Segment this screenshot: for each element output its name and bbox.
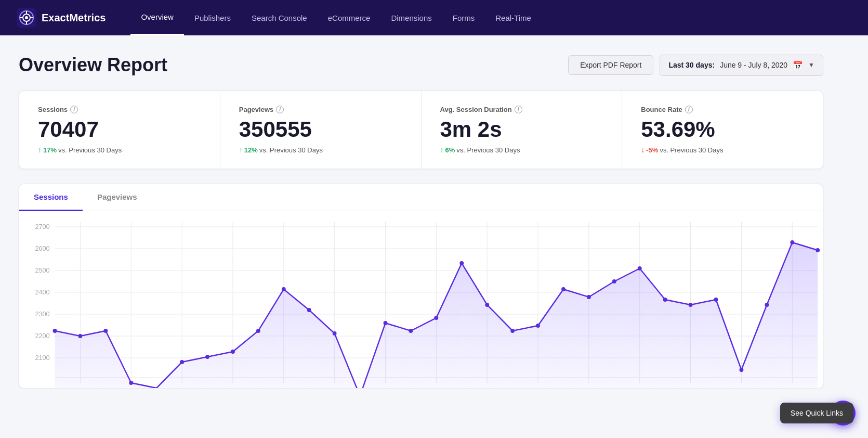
svg-text:2100: 2100	[35, 354, 49, 362]
sessions-info-icon: i	[70, 106, 78, 113]
nav-search-console[interactable]: Search Console	[241, 1, 318, 35]
stats-card: Sessions i 70407 ↑ 17% vs. Previous 30 D…	[19, 91, 823, 169]
svg-text:2500: 2500	[35, 266, 49, 274]
svg-point-45	[231, 350, 235, 354]
svg-point-42	[129, 381, 133, 385]
svg-point-7	[25, 16, 28, 19]
svg-point-44	[205, 355, 209, 359]
svg-point-62	[689, 303, 693, 307]
up-arrow-icon: ↑	[440, 146, 444, 154]
up-arrow-icon: ↑	[38, 146, 42, 154]
stat-avg-session-label: Avg. Session Duration i	[440, 106, 603, 113]
svg-point-59	[612, 279, 616, 284]
bounce-rate-info-icon: i	[685, 106, 693, 113]
logo-icon	[17, 8, 36, 28]
svg-point-57	[561, 287, 565, 291]
chart-container: Sessions Pageviews	[19, 184, 823, 389]
svg-point-49	[333, 331, 337, 336]
calendar-icon: 📅	[793, 60, 803, 70]
svg-point-61	[663, 298, 667, 302]
svg-text:2200: 2200	[35, 332, 49, 340]
svg-point-66	[790, 240, 794, 244]
svg-point-47	[282, 287, 286, 291]
svg-point-41	[103, 329, 108, 333]
stat-bounce-rate-value: 53.69%	[641, 118, 804, 141]
stat-bounce-rate: Bounce Rate i 53.69% ↓ -5% vs. Previous …	[622, 91, 823, 169]
page-title: Overview Report	[19, 54, 167, 76]
svg-point-67	[816, 248, 820, 252]
nav-forms[interactable]: Forms	[442, 1, 485, 35]
stat-sessions-value: 70407	[38, 118, 201, 141]
svg-point-53	[459, 261, 464, 265]
svg-text:2600: 2600	[35, 244, 49, 252]
down-arrow-icon: ↓	[641, 146, 645, 154]
svg-point-58	[587, 295, 591, 299]
svg-point-39	[53, 329, 57, 333]
stat-bounce-rate-label: Bounce Rate i	[641, 106, 804, 113]
chart-area: 2700 2600 2500 2400 2300 2200 2100	[19, 211, 823, 388]
nav-ecommerce[interactable]: eCommerce	[318, 1, 381, 35]
main-content: Overview Report Export PDF Report Last 3…	[0, 35, 842, 389]
svg-point-50	[384, 321, 388, 325]
stat-pageviews-value: 350555	[239, 118, 402, 141]
svg-text:2300: 2300	[35, 310, 49, 318]
stat-bounce-rate-change: ↓ -5% vs. Previous 30 Days	[641, 146, 804, 154]
svg-point-54	[485, 303, 489, 307]
export-button[interactable]: Export PDF Report	[568, 55, 653, 75]
svg-point-60	[638, 266, 642, 270]
stat-pageviews-label: Pageviews i	[239, 106, 402, 113]
nav-realtime[interactable]: Real-Time	[485, 1, 542, 35]
stat-sessions: Sessions i 70407 ↑ 17% vs. Previous 30 D…	[19, 91, 220, 169]
svg-point-40	[78, 334, 83, 338]
svg-point-43	[180, 360, 184, 364]
pageviews-info-icon: i	[276, 106, 284, 113]
svg-point-46	[256, 329, 260, 333]
tab-pageviews[interactable]: Pageviews	[83, 184, 152, 211]
nav-links: Overview Publishers Search Console eComm…	[130, 0, 541, 35]
tab-sessions[interactable]: Sessions	[19, 184, 83, 211]
stat-pageviews-change: ↑ 12% vs. Previous 30 Days	[239, 146, 402, 154]
svg-point-52	[434, 316, 438, 320]
navbar: ExactMetrics Overview Publishers Search …	[0, 0, 868, 35]
svg-point-64	[740, 368, 744, 372]
svg-point-48	[307, 308, 311, 312]
chevron-down-icon: ▼	[808, 61, 814, 69]
brand-name: ExactMetrics	[42, 12, 106, 24]
chart-svg: 2700 2600 2500 2400 2300 2200 2100	[19, 211, 823, 388]
stat-sessions-label: Sessions i	[38, 106, 201, 113]
svg-point-55	[510, 329, 515, 333]
date-range-button[interactable]: Last 30 days: June 9 - July 8, 2020 📅 ▼	[660, 55, 823, 76]
svg-text:2400: 2400	[35, 288, 49, 296]
avg-session-info-icon: i	[515, 106, 522, 113]
svg-point-65	[765, 303, 769, 307]
up-arrow-icon: ↑	[239, 146, 243, 154]
svg-point-56	[536, 324, 540, 328]
stat-avg-session-change: ↑ 6% vs. Previous 30 Days	[440, 146, 603, 154]
header-row: Overview Report Export PDF Report Last 3…	[19, 54, 823, 76]
header-actions: Export PDF Report Last 30 days: June 9 -…	[568, 55, 823, 76]
logo: ExactMetrics	[17, 8, 106, 28]
svg-point-51	[409, 329, 413, 333]
nav-publishers[interactable]: Publishers	[184, 1, 241, 35]
chart-tabs: Sessions Pageviews	[19, 184, 823, 211]
date-label: Last 30 days:	[668, 61, 715, 69]
stat-pageviews: Pageviews i 350555 ↑ 12% vs. Previous 30…	[220, 91, 422, 169]
svg-text:2700: 2700	[35, 223, 49, 230]
nav-dimensions[interactable]: Dimensions	[380, 1, 442, 35]
svg-point-63	[714, 298, 718, 302]
nav-overview[interactable]: Overview	[130, 0, 184, 35]
date-range-value: June 9 - July 8, 2020	[720, 61, 787, 69]
stat-avg-session-value: 3m 2s	[440, 118, 603, 141]
stat-sessions-change: ↑ 17% vs. Previous 30 Days	[38, 146, 201, 154]
stat-avg-session: Avg. Session Duration i 3m 2s ↑ 6% vs. P…	[422, 91, 623, 169]
